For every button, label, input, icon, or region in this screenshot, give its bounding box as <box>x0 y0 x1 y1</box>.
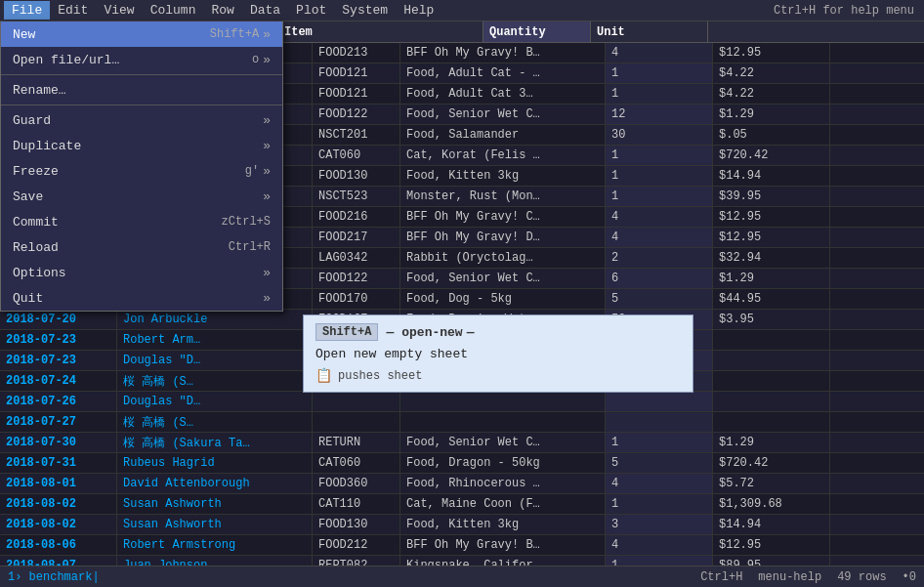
cell-sku: NSCT201 <box>313 125 400 145</box>
shortcut-label: zCtrl+S <box>222 215 271 229</box>
cell-qty: 1 <box>606 433 713 452</box>
cell-price: $12.95 <box>713 535 830 555</box>
cell-price: $1.29 <box>713 105 830 124</box>
menu-item-new[interactable]: New Shift+A » <box>1 21 282 47</box>
cell-sku: RETURN <box>313 433 400 452</box>
cell-qty: 1 <box>606 84 713 104</box>
menu-item-label: Open file/url… <box>13 53 252 67</box>
cell-price <box>713 412 830 432</box>
cell-item: Food, Dog - 5kg <box>400 289 606 309</box>
menu-item-label: Freeze <box>13 164 245 179</box>
cell-date: 2018-07-24 <box>0 371 117 391</box>
submenu-arrow: » <box>263 113 271 128</box>
menu-item-save[interactable]: Save » <box>1 184 282 209</box>
cell-sku: FOOD212 <box>313 535 400 555</box>
cell-sku: FOOD216 <box>313 207 400 227</box>
cell-price: $4.22 <box>713 63 830 83</box>
table-row[interactable]: 2018-07-26 Douglas "D… <box>0 392 924 412</box>
menu-item-rename-[interactable]: Rename… <box>1 77 282 103</box>
menu-item-duplicate[interactable]: Duplicate » <box>1 133 282 158</box>
file-dropdown: New Shift+A » Open file/url… o » Rename…… <box>0 21 283 312</box>
cell-sku: CAT060 <box>313 453 400 473</box>
menubar: File Edit View Column Row Data Plot Syst… <box>0 0 924 21</box>
cell-date: 2018-07-30 <box>0 433 117 452</box>
cell-sku: FOOD217 <box>313 228 400 247</box>
shortcut-label: Ctrl+R <box>229 240 271 254</box>
tooltip-title: Shift+A — open-new — <box>315 323 681 341</box>
menu-edit[interactable]: Edit <box>50 1 96 20</box>
menu-help[interactable]: Help <box>396 1 441 20</box>
cell-price: $44.95 <box>713 289 830 309</box>
cell-item: Monster, Rust (Mon… <box>400 187 606 206</box>
cell-qty: 4 <box>606 228 713 247</box>
menu-item-quit[interactable]: Quit » <box>1 285 282 311</box>
menu-item-open-file-url-[interactable]: Open file/url… o » <box>1 47 282 72</box>
submenu-arrow: » <box>263 291 271 306</box>
cell-name: 桜 高橋 (Sakura Ta… <box>117 433 313 452</box>
cell-qty <box>606 392 713 411</box>
table-row[interactable]: 2018-07-27 桜 高橋 (S… <box>0 412 924 433</box>
cell-item: Food, Dragon - 50kg <box>400 453 606 473</box>
table-row[interactable]: 2018-08-01 David Attenborough FOOD360 Fo… <box>0 474 924 494</box>
cell-date: 2018-08-02 <box>0 494 117 514</box>
cell-date: 2018-08-01 <box>0 474 117 493</box>
cell-item: Food, Senior Wet C… <box>400 433 606 452</box>
cell-item: Food, Senior Wet C… <box>400 105 606 124</box>
cell-name: Robert Arm… <box>117 330 313 350</box>
submenu-arrow: » <box>263 139 271 153</box>
menu-item-label: Duplicate <box>13 139 259 153</box>
cell-qty: 5 <box>606 289 713 309</box>
table-row[interactable]: 2018-07-30 桜 高橋 (Sakura Ta… RETURN Food,… <box>0 433 924 453</box>
cell-sku: FOOD360 <box>313 474 400 493</box>
menu-item-label: Save <box>13 189 259 204</box>
menu-item-label: New <box>13 27 210 42</box>
submenu-arrow: » <box>263 189 271 204</box>
cell-date: 2018-07-20 <box>0 310 117 329</box>
menu-file[interactable]: File <box>4 1 50 20</box>
cell-name: Susan Ashworth <box>117 494 313 514</box>
tooltip-description: Open new empty sheet <box>315 347 681 361</box>
cell-date: 2018-07-26 <box>0 392 117 411</box>
tooltip-command: open-new <box>401 325 462 340</box>
table-row[interactable]: 2018-07-31 Rubeus Hagrid CAT060 Food, Dr… <box>0 453 924 474</box>
table-row[interactable]: 2018-08-02 Susan Ashworth FOOD130 Food, … <box>0 515 924 535</box>
status-dot: •0 <box>903 570 916 584</box>
menu-item-freeze[interactable]: Freeze g' » <box>1 158 282 184</box>
shortcut-label: Shift+A <box>210 27 259 41</box>
menu-view[interactable]: View <box>96 1 142 20</box>
shortcut-label: o <box>252 53 259 66</box>
menu-plot[interactable]: Plot <box>288 1 334 20</box>
cell-name: Susan Ashworth <box>117 515 313 534</box>
menu-item-commit[interactable]: Commit zCtrl+S <box>1 209 282 234</box>
col-header-unit: Unit <box>591 21 708 42</box>
status-menu-help: menu-help <box>758 570 821 584</box>
menu-system[interactable]: System <box>334 1 396 20</box>
menu-column[interactable]: Column <box>143 1 204 20</box>
cell-price: $14.94 <box>713 515 830 534</box>
cell-sku: LAG0342 <box>313 248 400 268</box>
cell-qty: 12 <box>606 105 713 124</box>
cell-name: Douglas "D… <box>117 351 313 370</box>
cell-name: David Attenborough <box>117 474 313 493</box>
cell-item: Cat, Korat (Felis … <box>400 146 606 165</box>
menu-item-options[interactable]: Options » <box>1 260 282 285</box>
status-benchmark: 1› benchmark| <box>8 570 700 584</box>
menu-item-label: Quit <box>13 291 259 306</box>
cell-date: 2018-08-06 <box>0 535 117 555</box>
menu-item-guard[interactable]: Guard » <box>1 107 282 133</box>
cell-date: 2018-07-23 <box>0 351 117 370</box>
menu-data[interactable]: Data <box>242 1 288 20</box>
cell-sku: FOOD122 <box>313 105 400 124</box>
table-row[interactable]: 2018-08-02 Susan Ashworth CAT110 Cat, Ma… <box>0 494 924 515</box>
menu-row[interactable]: Row <box>203 1 241 20</box>
menu-item-reload[interactable]: Reload Ctrl+R <box>1 234 282 260</box>
table-row[interactable]: 2018-08-06 Robert Armstrong FOOD212 BFF … <box>0 535 924 556</box>
cell-sku: FOOD122 <box>313 269 400 288</box>
status-rows: 49 rows <box>837 570 886 584</box>
cell-qty: 30 <box>606 125 713 145</box>
cell-name: Robert Armstrong <box>117 535 313 555</box>
cell-price: $1,309.68 <box>713 494 830 514</box>
menu-item-label: Rename… <box>13 83 271 98</box>
status-right: Ctrl+H menu-help 49 rows •0 <box>700 570 916 584</box>
cell-date: 2018-08-02 <box>0 515 117 534</box>
